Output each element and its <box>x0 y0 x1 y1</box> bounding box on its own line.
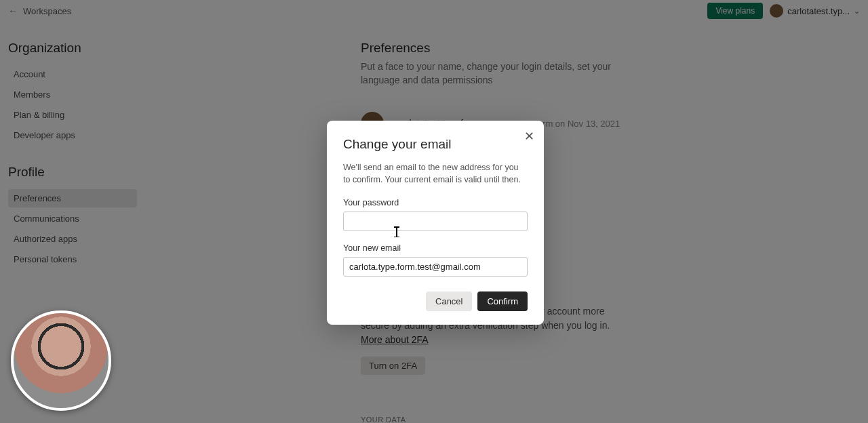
new-email-label: Your new email <box>343 243 528 253</box>
password-label: Your password <box>343 198 528 207</box>
change-email-modal: ✕ Change your email We'll send an email … <box>327 121 544 325</box>
presenter-webcam <box>11 310 111 411</box>
confirm-button[interactable]: Confirm <box>477 291 528 311</box>
new-email-input[interactable] <box>343 257 528 277</box>
modal-description: We'll send an email to the new address f… <box>343 161 528 186</box>
password-input[interactable] <box>343 212 528 231</box>
modal-title: Change your email <box>343 137 528 152</box>
close-icon: ✕ <box>524 129 534 143</box>
cancel-button[interactable]: Cancel <box>426 291 472 311</box>
close-button[interactable]: ✕ <box>524 130 534 142</box>
